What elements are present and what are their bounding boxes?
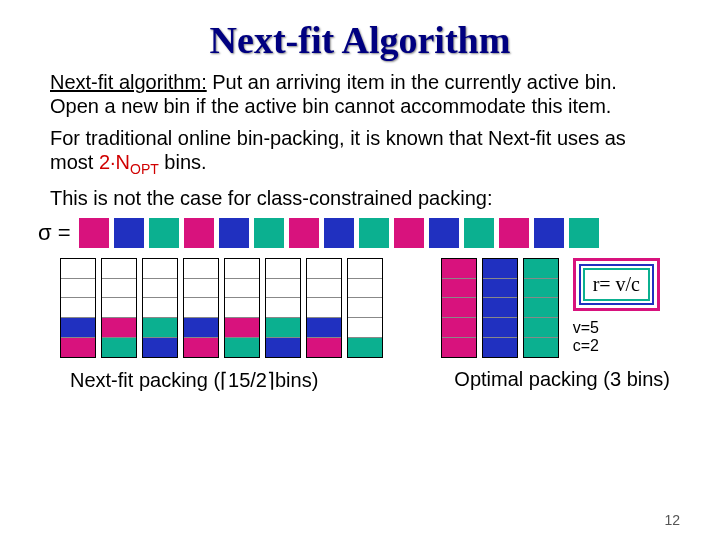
sigma-item xyxy=(359,218,389,248)
sigma-item xyxy=(149,218,179,248)
slot xyxy=(348,259,382,278)
sigma-item xyxy=(499,218,529,248)
ratio-block: r= v/c v=5c=2 xyxy=(573,258,660,355)
paragraph-definition: Next-fit algorithm: Put an arriving item… xyxy=(50,70,670,118)
slot xyxy=(266,278,300,298)
slot xyxy=(348,317,382,337)
slot xyxy=(348,337,382,357)
sigma-item xyxy=(464,218,494,248)
bin xyxy=(265,258,301,358)
bin xyxy=(347,258,383,358)
slot xyxy=(184,337,218,357)
bin xyxy=(224,258,260,358)
sigma-item xyxy=(534,218,564,248)
slide-title: Next-fit Algorithm xyxy=(30,18,690,62)
slot xyxy=(184,259,218,278)
slot xyxy=(307,278,341,298)
bin xyxy=(441,258,477,358)
sigma-item xyxy=(184,218,214,248)
slot xyxy=(225,317,259,337)
sigma-item xyxy=(394,218,424,248)
sigma-item xyxy=(324,218,354,248)
page-number: 12 xyxy=(664,512,680,528)
vc-label: v=5c=2 xyxy=(573,319,660,355)
slot xyxy=(102,259,136,278)
paragraph-bound: For traditional online bin-packing, it i… xyxy=(50,126,670,178)
slot xyxy=(61,297,95,317)
optimal-bins xyxy=(441,258,559,358)
slot xyxy=(61,278,95,298)
slot xyxy=(266,297,300,317)
slot xyxy=(61,337,95,357)
slot xyxy=(483,278,517,298)
right-group: r= v/c v=5c=2 xyxy=(441,258,660,358)
slot xyxy=(225,337,259,357)
bin xyxy=(101,258,137,358)
def-lead: Next-fit algorithm: xyxy=(50,71,207,93)
nextfit-caption: Next-fit packing (⌈15/2⌉bins) xyxy=(70,368,318,392)
slot xyxy=(143,259,177,278)
slot xyxy=(225,278,259,298)
slot xyxy=(483,317,517,337)
nextfit-bins xyxy=(60,258,383,358)
bins-area: r= v/c v=5c=2 xyxy=(60,258,660,358)
slot xyxy=(102,278,136,298)
slot xyxy=(483,297,517,317)
sigma-item xyxy=(569,218,599,248)
slot xyxy=(266,259,300,278)
paragraph-caveat: This is not the case for class-constrain… xyxy=(50,186,670,210)
sigma-sequence-row: σ = xyxy=(38,218,690,248)
sigma-label: σ = xyxy=(38,220,71,246)
bin xyxy=(142,258,178,358)
slot xyxy=(483,337,517,357)
bin xyxy=(306,258,342,358)
sigma-sequence xyxy=(79,218,604,248)
slot xyxy=(442,278,476,298)
slot xyxy=(483,259,517,278)
sigma-item xyxy=(114,218,144,248)
slot xyxy=(524,259,558,278)
slot xyxy=(266,317,300,337)
captions-row: Next-fit packing (⌈15/2⌉bins) Optimal pa… xyxy=(70,368,670,392)
slot xyxy=(225,297,259,317)
slot xyxy=(102,337,136,357)
slot xyxy=(524,337,558,357)
slot xyxy=(307,297,341,317)
slot xyxy=(348,278,382,298)
slot xyxy=(61,259,95,278)
sigma-item xyxy=(219,218,249,248)
slot xyxy=(442,297,476,317)
slot xyxy=(143,317,177,337)
slot xyxy=(143,278,177,298)
bin xyxy=(482,258,518,358)
ratio-box: r= v/c xyxy=(573,258,660,311)
bin xyxy=(183,258,219,358)
slot xyxy=(348,297,382,317)
slot xyxy=(102,297,136,317)
slot xyxy=(102,317,136,337)
slot xyxy=(524,297,558,317)
sigma-item xyxy=(429,218,459,248)
slot xyxy=(61,317,95,337)
slot xyxy=(143,337,177,357)
bin xyxy=(523,258,559,358)
slot xyxy=(524,278,558,298)
sigma-item xyxy=(79,218,109,248)
slot xyxy=(143,297,177,317)
slot xyxy=(225,259,259,278)
bound-red: 2·NOPT xyxy=(99,151,159,173)
slot xyxy=(184,297,218,317)
slot xyxy=(442,317,476,337)
sigma-item xyxy=(254,218,284,248)
slot xyxy=(307,337,341,357)
optimal-caption: Optimal packing (3 bins) xyxy=(454,368,670,392)
slot xyxy=(442,259,476,278)
slot xyxy=(442,337,476,357)
slot xyxy=(266,337,300,357)
bin xyxy=(60,258,96,358)
slot xyxy=(184,278,218,298)
slot xyxy=(307,317,341,337)
bound-text-b: bins. xyxy=(159,151,207,173)
slot xyxy=(307,259,341,278)
sigma-item xyxy=(289,218,319,248)
